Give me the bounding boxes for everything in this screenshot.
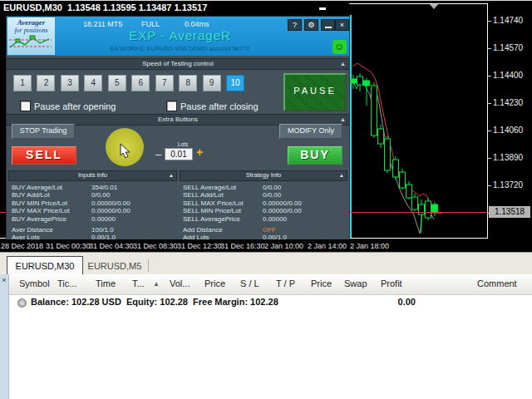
speed-stat-label: 0.04ms <box>185 20 209 28</box>
price-label: 1.13890 <box>493 153 531 162</box>
tab-eurusd-m5[interactable]: EURUSD,M5 <box>85 258 145 274</box>
current-price-box: 1.13518 <box>489 206 530 218</box>
minimize-icon[interactable] <box>321 19 335 31</box>
info-row: SELL MAX Price/Lot0.00000/0.00 <box>183 200 347 207</box>
speed-button-1[interactable]: 1 <box>13 75 32 91</box>
averager-logo: Averager for positions <box>7 17 55 55</box>
speed-button-2[interactable]: 2 <box>37 75 55 91</box>
balance-collapse-icon[interactable] <box>17 298 27 308</box>
column-volume[interactable]: Vol... <box>170 278 190 288</box>
lots-input[interactable] <box>165 148 193 160</box>
speed-button-7[interactable]: 7 <box>155 75 174 91</box>
ea-title: EXP - AverageR <box>57 28 303 42</box>
sort-ascending-icon[interactable]: ▲ <box>153 280 160 288</box>
column-time[interactable]: Time <box>96 278 116 288</box>
terminal-table-header: Symbol Tic... Time T... ▲ Vol... Price S… <box>9 274 532 295</box>
info-row: Add DistanceOFF <box>183 226 347 234</box>
time-label: 28 Dec 2018 <box>1 242 43 250</box>
buy-button[interactable]: BUY <box>288 146 342 165</box>
inputs-info-header[interactable]: Inputs Info ▲ <box>8 170 177 181</box>
stop-trading-button[interactable]: STOP Trading <box>12 124 75 139</box>
tab-eurusd-m30[interactable]: EURUSD,M30 <box>7 256 83 276</box>
speed-button-5[interactable]: 5 <box>108 75 126 91</box>
balance-row[interactable]: Balance: 102.28 USD Equity: 102.28 Free … <box>9 295 532 310</box>
column-sl[interactable]: S / L <box>240 278 259 288</box>
ea-subtitle: EA WORKS: EURUSD M30 DEMO account №777 <box>57 45 303 52</box>
time-axis: 28 Dec 2018 31 Dec 00:30 31 Dec 04:30 31… <box>0 239 532 252</box>
column-swap[interactable]: Swap <box>344 278 367 288</box>
info-row: BUY MAX Price/Lot0.00000/0.00 <box>12 207 177 214</box>
column-profit[interactable]: Profit <box>381 278 402 288</box>
collapse-icon[interactable]: ▲ <box>339 171 344 180</box>
settings-gear-icon[interactable]: ⚙ <box>304 19 318 31</box>
strategy-info-header[interactable]: Strategy Info ▲ <box>180 170 347 181</box>
version-label: 18.211 MT5 <box>83 20 122 28</box>
inputs-info-panel: Inputs Info ▲ BUY Average/Lot354/0.01 BU… <box>8 170 177 239</box>
speed-button-4[interactable]: 4 <box>84 75 102 91</box>
column-symbol[interactable]: Symbol <box>19 278 50 288</box>
checkbox-icon[interactable] <box>20 101 31 111</box>
collapse-icon[interactable]: ▲ <box>169 171 174 180</box>
price-label: 1.14230 <box>493 98 531 107</box>
column-price-current[interactable]: Price <box>311 278 332 288</box>
info-row: BUY MIN Price/Lot0.00000/0.00 <box>12 200 177 207</box>
panel-header: Averager for positions 18.211 MT5 FULL 0… <box>7 17 349 56</box>
balance-text: Balance: 102.28 USD Equity: 102.28 Free … <box>31 297 278 307</box>
time-label: 2 Jan 10:00 <box>264 242 303 250</box>
speed-button-8[interactable]: 8 <box>179 75 197 91</box>
terminal-close-icon[interactable]: × <box>0 276 8 285</box>
mouse-cursor-icon <box>120 143 131 160</box>
info-row: BUY Add/Lot0/0.00 <box>12 191 177 199</box>
lots-label: Lots <box>170 141 196 147</box>
sell-button[interactable]: SELL <box>12 146 76 165</box>
column-price-open[interactable]: Price <box>204 278 225 288</box>
pause-after-opening-checkbox[interactable]: Pause after opening <box>20 101 116 112</box>
price-label: 1.13720 <box>493 180 531 190</box>
terminal-panel: × Symbol Tic... Time T... ▲ Vol... Price… <box>0 274 532 399</box>
info-row: BUY AveragePrice0.00000 <box>12 215 177 223</box>
lots-increase-button[interactable]: + <box>196 145 203 159</box>
lots-decrease-button[interactable]: – <box>155 148 161 160</box>
time-label: 2 Jan 18:00 <box>350 242 389 250</box>
speed-section-header[interactable]: Speed of Testing control ▲ <box>7 58 349 70</box>
speed-button-3[interactable]: 3 <box>61 75 79 91</box>
speed-button-9[interactable]: 9 <box>203 75 221 91</box>
price-label: 1.14740 <box>493 16 531 25</box>
speed-button-6[interactable]: 6 <box>131 75 150 91</box>
collapse-icon[interactable]: ▲ <box>340 59 346 69</box>
window-top-edge <box>0 0 532 1</box>
speed-buttons: 1 2 3 4 5 6 7 8 9 10 <box>13 75 246 91</box>
modify-only-button[interactable]: MODIFY Only <box>279 124 342 139</box>
info-row: BUY Average/Lot354/0.01 <box>12 184 177 191</box>
column-ticket[interactable]: Tic... <box>57 278 76 288</box>
minimize-dash-icon <box>319 7 326 10</box>
time-label: 31 Dec 00:30 <box>46 242 91 250</box>
ea-averager-panel: Averager for positions 18.211 MT5 FULL 0… <box>7 17 349 239</box>
strategy-info-panel: Strategy Info ▲ SELL Average/Lot0/0.00 S… <box>180 170 347 239</box>
time-label: 31 Dec 12:30 <box>177 242 222 250</box>
info-row: SELL MIN Price/Lot0.00000/0.00 <box>183 207 347 214</box>
column-type[interactable]: T... <box>132 278 145 288</box>
column-comment[interactable]: Comment <box>477 278 517 288</box>
mt4-window: EURUSD,M30 1.13548 1.13595 1.13487 1.135… <box>0 0 532 399</box>
checkbox-icon[interactable] <box>166 101 177 111</box>
terminal-edge: × <box>0 274 9 399</box>
price-label: 1.14570 <box>493 43 531 52</box>
smiley-status-icon[interactable]: ☺ <box>332 40 347 54</box>
price-scale: 1.14740 1.14570 1.14400 1.14230 1.14060 … <box>487 0 532 239</box>
info-row: SELL AveragePrice0.00000 <box>183 215 347 223</box>
time-label: 2 Jan 14:00 <box>308 242 347 250</box>
info-row: SELL Average/Lot0/0.00 <box>183 184 347 191</box>
price-label: 1.14060 <box>493 126 531 135</box>
chart-title-ohlc: EURUSD,M30 1.13548 1.13595 1.13487 1.135… <box>3 2 207 12</box>
close-icon[interactable]: × <box>335 19 349 31</box>
pause-button[interactable]: PAUSE <box>283 73 347 111</box>
info-row: SELL Add/Lot0/0.00 <box>183 191 347 199</box>
chart-tab-bar: EURUSD,M30 EURUSD,M5 <box>0 252 532 275</box>
speed-button-10[interactable]: 10 <box>226 75 244 91</box>
logo-chart-graphic <box>7 34 53 51</box>
pause-after-closing-checkbox[interactable]: Pause after closing <box>166 101 259 112</box>
column-tp[interactable]: T / P <box>276 278 295 288</box>
license-label: FULL <box>141 20 160 28</box>
info-row: Aver Lots0.00/1.0 <box>12 234 177 239</box>
